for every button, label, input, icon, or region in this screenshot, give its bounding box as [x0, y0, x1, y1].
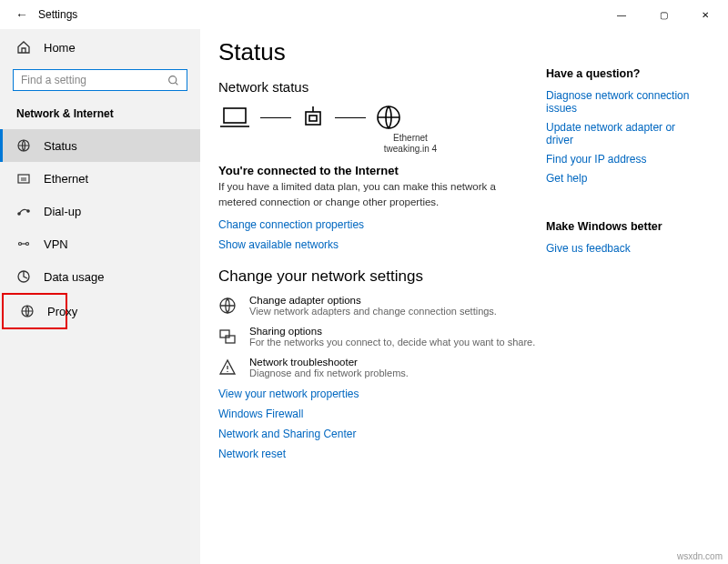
help-link-update-driver[interactable]: Update network adapter or driver: [546, 121, 704, 146]
minimize-button[interactable]: —: [601, 1, 642, 28]
search-input[interactable]: Find a setting: [13, 69, 187, 91]
row-title: Sharing options: [249, 326, 535, 337]
sidebar-item-ethernet[interactable]: Ethernet: [0, 162, 200, 195]
row-title: Change adapter options: [249, 295, 497, 306]
dialup-icon: [16, 204, 31, 218]
link-network-reset[interactable]: Network reset: [218, 448, 537, 460]
row-subtitle: View network adapters and change connect…: [249, 306, 497, 317]
right-column: Have a question? Diagnose network connec…: [537, 38, 710, 546]
sidebar: Home Find a setting Network & Internet S…: [0, 29, 200, 564]
svg-point-4: [27, 210, 29, 212]
svg-point-0: [169, 76, 177, 83]
svg-rect-14: [220, 330, 229, 337]
feedback-heading: Make Windows better: [546, 220, 704, 233]
title-bar: ← Settings — ▢ ✕: [0, 0, 728, 29]
sidebar-section-header: Network & Internet: [0, 104, 200, 129]
page-title: Status: [218, 38, 537, 66]
proxy-icon: [20, 304, 35, 318]
connector-line: [260, 117, 291, 118]
row-subtitle: Diagnose and fix network problems.: [249, 368, 409, 378]
sidebar-item-proxy[interactable]: Proxy: [2, 293, 67, 329]
connected-description: If you have a limited data plan, you can…: [218, 179, 537, 211]
network-diagram: [218, 104, 537, 131]
connected-heading: You're connected to the Internet: [218, 164, 537, 177]
connection-label: Ethernet tweaking.in 4: [284, 133, 537, 155]
close-button[interactable]: ✕: [684, 1, 726, 28]
svg-point-5: [19, 243, 22, 246]
connector-line: [335, 117, 366, 118]
sidebar-item-status[interactable]: Status: [0, 129, 200, 162]
home-button[interactable]: Home: [0, 35, 200, 64]
link-view-properties[interactable]: View your network properties: [218, 388, 537, 400]
row-sharing-options[interactable]: Sharing options For the networks you con…: [218, 326, 537, 347]
svg-rect-15: [226, 336, 235, 343]
home-icon: [16, 40, 31, 55]
router-icon: [300, 105, 326, 130]
sidebar-item-label: Proxy: [47, 305, 77, 318]
watermark: wsxdn.com: [677, 551, 723, 561]
maximize-button[interactable]: ▢: [642, 1, 684, 28]
datausage-icon: [16, 269, 31, 284]
adapter-icon: [218, 297, 238, 315]
question-heading: Have a question?: [546, 67, 704, 80]
sidebar-item-datausage[interactable]: Data usage: [0, 260, 200, 293]
help-link-diagnose[interactable]: Diagnose network connection issues: [546, 89, 704, 115]
svg-rect-11: [309, 116, 317, 121]
link-network-sharing-center[interactable]: Network and Sharing Center: [218, 428, 537, 440]
home-label: Home: [44, 41, 76, 55]
sidebar-item-label: VPN: [44, 237, 68, 251]
search-placeholder: Find a setting: [21, 74, 167, 86]
sidebar-item-label: Status: [44, 139, 77, 153]
window-title: Settings: [38, 8, 77, 21]
link-change-connection-properties[interactable]: Change connection properties: [218, 218, 537, 231]
sidebar-item-label: Data usage: [44, 270, 105, 284]
row-change-adapter[interactable]: Change adapter options View network adap…: [218, 295, 537, 317]
row-title: Network troubleshooter: [249, 357, 409, 368]
troubleshooter-icon: [218, 358, 238, 377]
main-content: Status Network status Ethernet tweaking.…: [200, 29, 728, 564]
vpn-icon: [16, 237, 31, 251]
svg-rect-10: [306, 112, 320, 125]
svg-rect-9: [224, 108, 246, 123]
feedback-link[interactable]: Give us feedback: [546, 242, 704, 255]
change-settings-heading: Change your network settings: [218, 267, 537, 286]
sidebar-item-label: Dial-up: [44, 205, 81, 218]
laptop-icon: [218, 105, 251, 130]
help-link-get-help[interactable]: Get help: [546, 172, 704, 185]
link-windows-firewall[interactable]: Windows Firewall: [218, 408, 537, 420]
svg-point-3: [18, 213, 20, 215]
help-link-find-ip[interactable]: Find your IP address: [546, 153, 704, 166]
row-troubleshooter[interactable]: Network troubleshooter Diagnose and fix …: [218, 357, 537, 378]
back-button[interactable]: ←: [9, 7, 35, 22]
sidebar-item-label: Ethernet: [44, 172, 88, 186]
network-status-heading: Network status: [218, 79, 537, 95]
status-icon: [16, 138, 31, 153]
ethernet-icon: [16, 171, 31, 186]
sharing-icon: [218, 327, 238, 346]
globe-icon: [375, 104, 402, 131]
sidebar-item-dialup[interactable]: Dial-up: [0, 195, 200, 227]
search-icon: [167, 75, 179, 86]
svg-point-6: [26, 243, 29, 246]
row-subtitle: For the networks you connect to, decide …: [249, 337, 535, 347]
sidebar-item-vpn[interactable]: VPN: [0, 227, 200, 260]
link-show-available-networks[interactable]: Show available networks: [218, 238, 537, 251]
